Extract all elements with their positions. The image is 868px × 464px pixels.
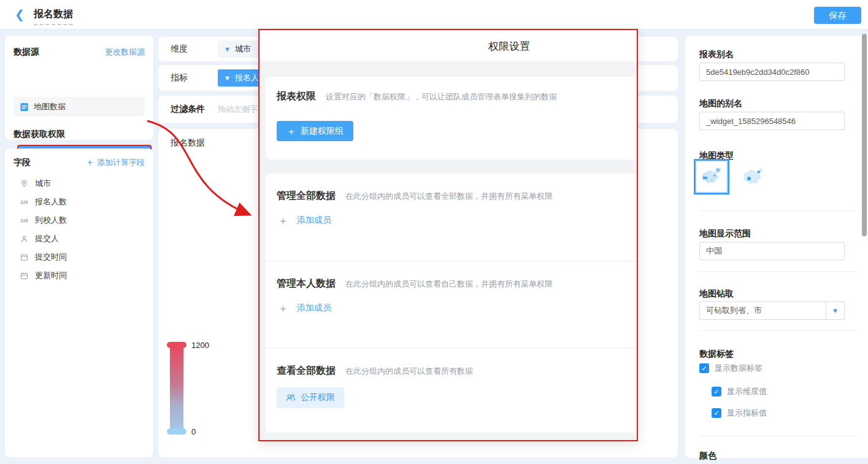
location-pin-icon xyxy=(18,179,29,188)
calendar-icon xyxy=(18,272,29,280)
field-label: 报名人数 xyxy=(35,196,67,207)
datasource-title: 数据源 xyxy=(13,47,39,58)
group-desc: 在此分组内的成员可以查看全部数据，并拥有所有菜单权限 xyxy=(345,191,553,202)
people-icon xyxy=(286,393,296,402)
modal-title: 权限设置 xyxy=(488,39,530,53)
legend-max-value: 1200 xyxy=(191,341,209,350)
field-label: 到校人数 xyxy=(35,215,67,226)
map-range-input[interactable] xyxy=(699,242,845,260)
new-permission-group-button[interactable]: ＋ 新建权限组 xyxy=(277,121,353,141)
field-label: 城市 xyxy=(35,178,51,189)
checkbox-show-metric-value[interactable]: ✓ 显示指标值 xyxy=(712,408,767,419)
map-range-label: 地图显示范围 xyxy=(699,228,751,239)
checkbox-label: 显示数据标签 xyxy=(715,363,762,374)
group-manage-own-data: 管理本人数据 在此分组内的成员可以查看自己数据，并拥有所有菜单权限 ＋ 添加成员 xyxy=(266,261,638,348)
divider xyxy=(699,330,856,331)
checkbox-label: 显示维度值 xyxy=(727,386,767,397)
map-alias-input[interactable] xyxy=(699,112,845,130)
add-member-link[interactable]: ＋ 添加成员 xyxy=(278,215,638,226)
scrollbar-thumb[interactable] xyxy=(862,34,867,236)
chevron-down-icon: ▼ xyxy=(224,45,231,53)
field-item-submit-time[interactable]: 提交时间 xyxy=(13,248,147,266)
report-alias-label: 报表别名 xyxy=(699,49,734,60)
change-datasource-link[interactable]: 更改数据源 xyxy=(105,47,145,58)
map-drill-label: 地图钻取 xyxy=(699,288,734,300)
modal-header: 权限设置 xyxy=(259,30,637,61)
checkbox-checked-icon: ✓ xyxy=(699,363,709,373)
checkbox-show-dimension-value[interactable]: ✓ 显示维度值 xyxy=(712,386,767,397)
group-title: 管理本人数据 xyxy=(277,277,336,290)
group-manage-all-data: 管理全部数据 在此分组内的成员可以查看全部数据，并拥有所有菜单权限 ＋ 添加成员 xyxy=(266,174,638,261)
add-member-link[interactable]: ＋ 添加成员 xyxy=(278,303,638,314)
plus-icon: ＋ xyxy=(278,215,288,226)
modal-body: 报表权限 设置对应的「数据权限」，可以让团队成员管理表单搜集到的数据 ＋ 新建权… xyxy=(259,62,637,440)
field-label: 提交时间 xyxy=(35,252,67,263)
map-type-option-selected[interactable] xyxy=(694,159,729,195)
document-icon xyxy=(20,102,29,112)
filter-label: 过滤条件 xyxy=(171,104,218,115)
divider xyxy=(699,271,856,272)
drill-select[interactable]: 可钻取到省、市 ▼ xyxy=(699,301,845,320)
settings-panel: 报表别名 地图的别名 地图类型 地图显示范围 地图钻取 可钻取到省、市 ▼ xyxy=(685,36,868,458)
report-alias-input[interactable] xyxy=(699,63,845,81)
checkbox-label: 显示指标值 xyxy=(727,408,767,419)
field-item-city[interactable]: 城市 xyxy=(13,174,147,193)
group-title: 查看全部数据 xyxy=(277,365,336,377)
legend-bottom-handle[interactable] xyxy=(167,428,186,435)
checkbox-checked-icon: ✓ xyxy=(712,387,721,396)
plus-icon: ＋ xyxy=(85,157,97,167)
dimension-tag-city[interactable]: ▼城市 xyxy=(218,41,258,58)
map-thumbnail-bubble xyxy=(740,165,768,188)
data-label-title: 数据标签 xyxy=(699,349,734,360)
group-desc: 在此分组内的成员可以查看自己数据，并拥有所有菜单权限 xyxy=(345,279,553,290)
group-view-all-data: 查看全部数据 在此分组内的成员可以查看所有数据 公开权限 xyxy=(266,348,638,435)
page-title[interactable]: 报名数据 xyxy=(34,8,73,25)
metric-label: 指标 xyxy=(171,72,218,83)
fields-title: 字段 xyxy=(13,157,31,168)
datasource-item[interactable]: 地图数据 xyxy=(13,97,145,117)
color-section-label: 颜色 xyxy=(699,450,716,462)
calendar-icon xyxy=(18,253,29,261)
legend-min-value: 0 xyxy=(191,427,196,436)
chevron-down-icon: ▼ xyxy=(826,302,844,319)
map-type-option-alt[interactable] xyxy=(737,163,771,191)
field-item-signup-count[interactable]: 123 报名人数 xyxy=(13,193,147,211)
datasource-item-label: 地图数据 xyxy=(34,101,66,112)
dimension-label: 维度 xyxy=(171,44,218,55)
datasource-panel: 数据源 更改数据源 地图数据 数据获取权限 报表权限 xyxy=(5,36,153,140)
field-item-submitter[interactable]: 提交人 xyxy=(13,230,147,248)
data-permission-title: 数据获取权限 xyxy=(13,129,65,140)
back-icon[interactable]: ❮ xyxy=(15,7,25,21)
checkbox-show-data-label[interactable]: ✓ 显示数据标签 xyxy=(699,363,762,374)
group-title: 管理全部数据 xyxy=(277,190,336,203)
permission-settings-modal: 权限设置 报表权限 设置对应的「数据权限」，可以让团队成员管理表单搜集到的数据 … xyxy=(258,29,638,441)
top-bar: ❮ 报名数据 保存 xyxy=(0,0,868,29)
divider xyxy=(699,211,856,211)
field-list: 城市 123 报名人数 123 到校人数 提交人 提交时间 更新时间 xyxy=(13,174,147,285)
field-label: 提交人 xyxy=(35,233,59,244)
chart-title: 报名数据 xyxy=(171,137,205,149)
map-thumbnail-china xyxy=(697,162,726,191)
checkbox-checked-icon: ✓ xyxy=(712,408,721,418)
number-123-icon: 123 xyxy=(18,218,29,223)
color-legend-gradient xyxy=(170,346,183,431)
fields-panel: 字段 ＋ 添加计算字段 城市 123 报名人数 123 到校人数 提交人 提交时… xyxy=(5,149,153,457)
report-permission-desc: 设置对应的「数据权限」，可以让团队成员管理表单搜集到的数据 xyxy=(326,91,557,102)
report-permission-title: 报表权限 xyxy=(277,90,316,103)
permission-groups-card: 管理全部数据 在此分组内的成员可以查看全部数据，并拥有所有菜单权限 ＋ 添加成员… xyxy=(266,174,638,433)
add-calc-field-link[interactable]: ＋ 添加计算字段 xyxy=(85,157,145,168)
map-alias-label: 地图的别名 xyxy=(699,98,742,109)
drill-select-value: 可钻取到省、市 xyxy=(700,305,826,316)
plus-icon: ＋ xyxy=(278,303,288,314)
field-item-update-time[interactable]: 更新时间 xyxy=(13,266,147,285)
group-desc: 在此分组内的成员可以查看所有数据 xyxy=(345,366,473,377)
chevron-down-icon: ▼ xyxy=(224,74,231,82)
divider xyxy=(699,436,856,436)
report-permission-card: 报表权限 设置对应的「数据权限」，可以让团队成员管理表单搜集到的数据 ＋ 新建权… xyxy=(266,77,638,160)
number-123-icon: 123 xyxy=(18,199,29,205)
field-item-arrival-count[interactable]: 123 到校人数 xyxy=(13,211,147,230)
field-label: 更新时间 xyxy=(35,270,67,281)
plus-icon: ＋ xyxy=(286,126,296,136)
save-button[interactable]: 保存 xyxy=(814,7,861,24)
public-permission-button[interactable]: 公开权限 xyxy=(277,387,344,408)
